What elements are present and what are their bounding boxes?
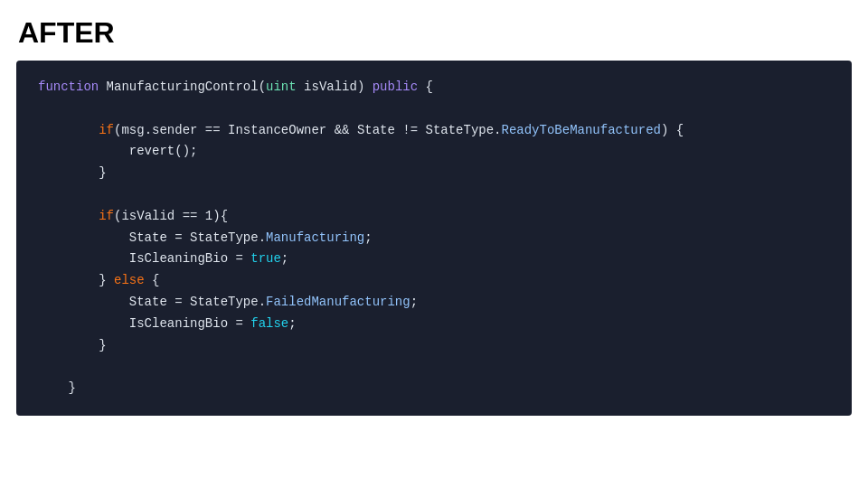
code-line-3: if(msg.sender == InstanceOwner && State … — [38, 120, 830, 142]
code-line-10: } else { — [38, 270, 830, 292]
code-line-2 — [38, 99, 830, 120]
code-line-5: } — [38, 163, 830, 184]
code-line-14 — [38, 356, 830, 378]
code-line-8: State = StateType.Manufacturing; — [38, 228, 830, 249]
code-line-4: revert(); — [38, 141, 830, 163]
code-line-9: IsCleaningBio = true; — [38, 249, 830, 270]
page-title: AFTER — [0, 0, 868, 61]
code-line-12: IsCleaningBio = false; — [38, 314, 830, 335]
code-line-7: if(isValid == 1){ — [38, 206, 830, 228]
code-line-1: function ManufacturingControl(uint isVal… — [38, 77, 830, 99]
code-block: function ManufacturingControl(uint isVal… — [16, 61, 852, 416]
code-line-15: } — [38, 378, 830, 399]
code-line-11: State = StateType.FailedManufacturing; — [38, 292, 830, 314]
code-line-6 — [38, 184, 830, 206]
code-line-13: } — [38, 335, 830, 357]
